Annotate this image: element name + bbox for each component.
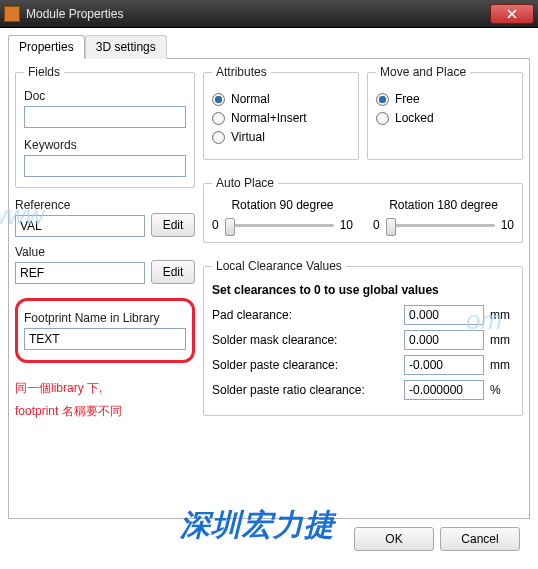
mask-clearance-unit: mm xyxy=(490,333,514,347)
doc-input[interactable] xyxy=(24,106,186,128)
doc-label: Doc xyxy=(24,89,186,103)
mask-clearance-input[interactable] xyxy=(404,330,484,350)
clearances-legend: Local Clearance Values xyxy=(212,259,346,273)
mask-clearance-label: Solder mask clearance: xyxy=(212,333,398,347)
cancel-button[interactable]: Cancel xyxy=(440,527,520,551)
clearances-hint: Set clearances to 0 to use global values xyxy=(212,283,514,297)
reference-input[interactable] xyxy=(15,215,145,237)
footprint-highlight-box: Footprint Name in Library xyxy=(15,298,195,363)
value-label: Value xyxy=(15,245,145,259)
auto-place-legend: Auto Place xyxy=(212,176,278,190)
fields-group: Fields Doc Keywords xyxy=(15,65,195,188)
auto-place-group: Auto Place Rotation 90 degree 0 10 xyxy=(203,176,523,243)
pad-clearance-unit: mm xyxy=(490,308,514,322)
title-bar: Module Properties xyxy=(0,0,538,28)
attr-normal-insert-label: Normal+Insert xyxy=(231,111,307,125)
ok-button[interactable]: OK xyxy=(354,527,434,551)
rot90-label: Rotation 90 degree xyxy=(212,198,353,212)
reference-label: Reference xyxy=(15,198,145,212)
close-button[interactable] xyxy=(490,4,534,24)
pad-clearance-input[interactable] xyxy=(404,305,484,325)
rot90-min: 0 xyxy=(212,218,219,232)
paste-clearance-unit: mm xyxy=(490,358,514,372)
watermark-brand: 深圳宏力捷 xyxy=(180,505,335,546)
annotation-line2: footprint 名稱要不同 xyxy=(15,400,195,423)
footprint-name-label: Footprint Name in Library xyxy=(24,311,186,325)
rot180-max: 10 xyxy=(501,218,514,232)
free-label: Free xyxy=(395,92,420,106)
value-input[interactable] xyxy=(15,262,145,284)
paste-ratio-label: Solder paste ratio clearance: xyxy=(212,383,398,397)
locked-radio[interactable]: Locked xyxy=(376,111,514,125)
move-place-legend: Move and Place xyxy=(376,65,470,79)
rot90-max: 10 xyxy=(340,218,353,232)
attr-virtual-radio[interactable]: Virtual xyxy=(212,130,350,144)
attributes-group: Attributes Normal Normal+Insert Virtual xyxy=(203,65,359,160)
clearances-group: Local Clearance Values Set clearances to… xyxy=(203,259,523,416)
tab-properties[interactable]: Properties xyxy=(8,35,85,59)
paste-clearance-label: Solder paste clearance: xyxy=(212,358,398,372)
tab-3d-settings[interactable]: 3D settings xyxy=(85,35,167,59)
annotation-line1: 同一個library 下, xyxy=(15,377,195,400)
footprint-name-input[interactable] xyxy=(24,328,186,350)
pad-clearance-label: Pad clearance: xyxy=(212,308,398,322)
free-radio[interactable]: Free xyxy=(376,92,514,106)
close-icon xyxy=(507,9,517,19)
radio-icon xyxy=(212,131,225,144)
paste-clearance-input[interactable] xyxy=(404,355,484,375)
value-edit-button[interactable]: Edit xyxy=(151,260,195,284)
reference-edit-button[interactable]: Edit xyxy=(151,213,195,237)
rot180-slider[interactable] xyxy=(386,224,495,227)
properties-panel: Fields Doc Keywords Reference Edit xyxy=(8,59,530,519)
attr-normal-insert-radio[interactable]: Normal+Insert xyxy=(212,111,350,125)
paste-ratio-unit: % xyxy=(490,383,514,397)
attr-normal-label: Normal xyxy=(231,92,270,106)
radio-icon xyxy=(376,93,389,106)
locked-label: Locked xyxy=(395,111,434,125)
rot90-slider[interactable] xyxy=(225,224,334,227)
attr-normal-radio[interactable]: Normal xyxy=(212,92,350,106)
radio-icon xyxy=(212,112,225,125)
keywords-label: Keywords xyxy=(24,138,186,152)
rot180-label: Rotation 180 degree xyxy=(373,198,514,212)
paste-ratio-input[interactable] xyxy=(404,380,484,400)
annotation-text: 同一個library 下, footprint 名稱要不同 xyxy=(15,377,195,423)
slider-thumb-icon xyxy=(386,218,396,236)
rot180-min: 0 xyxy=(373,218,380,232)
slider-thumb-icon xyxy=(225,218,235,236)
attr-virtual-label: Virtual xyxy=(231,130,265,144)
fields-legend: Fields xyxy=(24,65,64,79)
window-title: Module Properties xyxy=(26,7,490,21)
radio-icon xyxy=(376,112,389,125)
tab-strip: Properties 3D settings xyxy=(8,34,530,59)
radio-icon xyxy=(212,93,225,106)
move-place-group: Move and Place Free Locked xyxy=(367,65,523,160)
attributes-legend: Attributes xyxy=(212,65,271,79)
app-icon xyxy=(4,6,20,22)
keywords-input[interactable] xyxy=(24,155,186,177)
